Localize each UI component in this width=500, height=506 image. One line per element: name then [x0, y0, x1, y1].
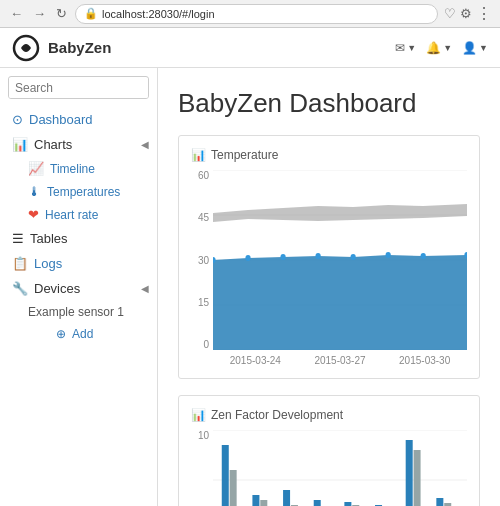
sidebar-timeline-label: Timeline: [50, 162, 95, 176]
temp-y-axis: 60 45 30 15 0: [191, 170, 213, 350]
browser-toolbar-icons: ♡ ⚙ ⋮: [444, 4, 492, 23]
email-icon: ✉: [395, 41, 405, 55]
temperature-chart-title: 📊 Temperature: [191, 148, 467, 162]
sidebar-item-label: Dashboard: [29, 112, 93, 127]
svg-point-10: [280, 254, 285, 260]
tables-icon: ☰: [12, 231, 24, 246]
zen-factor-chart-title: 📊 Zen Factor Development: [191, 408, 467, 422]
zen-chart-svg-container: [213, 430, 467, 506]
header-icons: ✉ ▼ 🔔 ▼ 👤 ▼: [395, 41, 488, 55]
user-dropdown-arrow: ▼: [479, 43, 488, 53]
sidebar-charts-submenu: 📈 Timeline 🌡 Temperatures ❤ Heart rate: [0, 157, 157, 226]
extensions-icon[interactable]: ⚙: [460, 6, 472, 21]
y-label-60: 60: [191, 170, 209, 181]
app-header: BabyZen ✉ ▼ 🔔 ▼ 👤 ▼: [0, 28, 500, 68]
menu-icon[interactable]: ⋮: [476, 4, 492, 23]
sidebar-devices-submenu: Example sensor 1 ⊕ Add: [0, 301, 157, 345]
temperature-chart-card: 📊 Temperature 60 45 30 15 0: [178, 135, 480, 379]
bookmark-icon[interactable]: ♡: [444, 6, 456, 21]
zen-chart-label: Zen Factor Development: [211, 408, 343, 422]
svg-rect-20: [230, 470, 237, 506]
back-button[interactable]: ←: [8, 6, 25, 21]
zen-y-axis: 10 7.5: [191, 430, 213, 506]
url-bar[interactable]: 🔒 localhost:28030/#/login: [75, 4, 438, 24]
temperature-chart-label: Temperature: [211, 148, 278, 162]
user-icon: 👤: [462, 41, 477, 55]
svg-rect-19: [222, 445, 229, 506]
search-bar: 🔍: [8, 76, 149, 99]
sidebar-item-example-sensor[interactable]: Example sensor 1: [28, 301, 157, 323]
heartrate-icon: ❤: [28, 207, 39, 222]
search-input[interactable]: [9, 78, 149, 98]
temperatures-icon: 🌡: [28, 184, 41, 199]
sidebar-tables-label: Tables: [30, 231, 68, 246]
y-label-30: 30: [191, 255, 209, 266]
svg-rect-31: [406, 440, 413, 506]
svg-rect-21: [252, 495, 259, 506]
svg-point-9: [245, 255, 250, 261]
refresh-button[interactable]: ↻: [54, 6, 69, 21]
example-sensor-label: Example sensor 1: [28, 305, 124, 319]
app-title: BabyZen: [48, 39, 395, 56]
sidebar-item-dashboard[interactable]: ⊙ Dashboard: [0, 107, 157, 132]
svg-rect-33: [436, 498, 443, 506]
temperature-chart-container: 60 45 30 15 0: [191, 170, 467, 366]
svg-point-11: [315, 253, 320, 259]
sidebar-item-tables[interactable]: ☰ Tables: [0, 226, 157, 251]
forward-button[interactable]: →: [31, 6, 48, 21]
devices-expand-arrow: ◀: [141, 283, 149, 294]
temperature-chart-svg: [213, 170, 467, 350]
temp-x-axis: 2015-03-24 2015-03-27 2015-03-30: [213, 355, 467, 366]
charts-expand-arrow: ◀: [141, 139, 149, 150]
main-content: BabyZen Dashboard 📊 Temperature 60 45 30…: [158, 68, 500, 506]
sidebar-item-charts[interactable]: 📊 Charts ◀: [0, 132, 157, 157]
email-dropdown-arrow: ▼: [407, 43, 416, 53]
dashboard-icon: ⊙: [12, 112, 23, 127]
y-label-45: 45: [191, 212, 209, 223]
temperature-chart-icon: 📊: [191, 148, 206, 162]
sidebar-item-logs[interactable]: 📋 Logs: [0, 251, 157, 276]
sidebar-item-timeline[interactable]: 📈 Timeline: [28, 157, 157, 180]
charts-icon: 📊: [12, 137, 28, 152]
page-title: BabyZen Dashboard: [178, 88, 480, 119]
svg-rect-22: [260, 500, 267, 506]
logs-icon: 📋: [12, 256, 28, 271]
x-label-3: 2015-03-30: [399, 355, 450, 366]
sidebar-item-devices[interactable]: 🔧 Devices ◀: [0, 276, 157, 301]
y-label-15: 15: [191, 297, 209, 308]
email-button[interactable]: ✉ ▼: [395, 41, 416, 55]
sidebar-item-add[interactable]: ⊕ Add: [28, 323, 157, 345]
sidebar-temperatures-label: Temperatures: [47, 185, 120, 199]
svg-marker-6: [213, 204, 467, 222]
x-label-2: 2015-03-27: [314, 355, 365, 366]
zen-chart-icon: 📊: [191, 408, 206, 422]
svg-point-14: [421, 253, 426, 259]
sidebar: 🔍 ⊙ Dashboard 📊 Charts ◀ 📈 Timeline 🌡 Te…: [0, 68, 158, 506]
bell-button[interactable]: 🔔 ▼: [426, 41, 452, 55]
sidebar-item-heartrate[interactable]: ❤ Heart rate: [28, 203, 157, 226]
app-logo: [12, 34, 40, 62]
add-icon: ⊕: [56, 327, 66, 341]
bell-icon: 🔔: [426, 41, 441, 55]
zen-chart-container: 10 7.5: [191, 430, 467, 506]
user-button[interactable]: 👤 ▼: [462, 41, 488, 55]
main-layout: 🔍 ⊙ Dashboard 📊 Charts ◀ 📈 Timeline 🌡 Te…: [0, 68, 500, 506]
zen-factor-chart-card: 📊 Zen Factor Development 10 7.5: [178, 395, 480, 506]
sidebar-charts-label: Charts: [34, 137, 72, 152]
temperature-chart-svg-container: 2015-03-24 2015-03-27 2015-03-30: [213, 170, 467, 366]
zen-chart-svg: [213, 430, 467, 506]
sidebar-logs-label: Logs: [34, 256, 62, 271]
x-label-1: 2015-03-24: [230, 355, 281, 366]
timeline-icon: 📈: [28, 161, 44, 176]
browser-chrome: ← → ↻ 🔒 localhost:28030/#/login ♡ ⚙ ⋮: [0, 0, 500, 28]
lock-icon: 🔒: [84, 7, 98, 20]
svg-rect-32: [414, 450, 421, 506]
svg-rect-25: [314, 500, 321, 506]
y-label-0: 0: [191, 339, 209, 350]
sidebar-heartrate-label: Heart rate: [45, 208, 98, 222]
url-text: localhost:28030/#/login: [102, 8, 215, 20]
svg-rect-27: [344, 502, 351, 506]
devices-icon: 🔧: [12, 281, 28, 296]
svg-point-13: [386, 252, 391, 258]
sidebar-item-temperatures[interactable]: 🌡 Temperatures: [28, 180, 157, 203]
